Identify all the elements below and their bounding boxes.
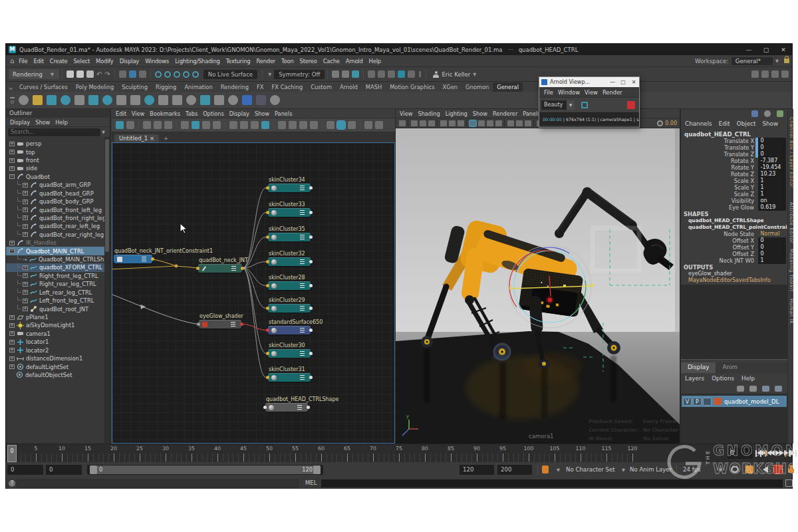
home-icon[interactable]: ⌂ [10,57,14,65]
menu-display[interactable]: Display [120,58,139,65]
node-editor-tool-9[interactable] [229,121,237,129]
node-output-port[interactable] [309,329,313,332]
channel-value[interactable]: 1 [758,191,786,198]
symmetry-field[interactable]: Symmetry: Off [274,70,325,79]
viewport-tool-0[interactable] [399,120,406,126]
node-editor-menu-show[interactable]: Show [255,110,269,117]
outliner-item-quadbot-front-left-leg[interactable]: +quadBot_front_left_leg [6,205,106,213]
arnold-menu-file[interactable]: File [544,89,553,96]
node-menu-icon[interactable] [300,259,305,264]
node-editor-tool-13[interactable] [278,121,286,129]
expand-icon[interactable]: + [23,290,28,295]
node-menu-icon[interactable] [297,405,302,410]
exposure-value[interactable]: 0.00 [665,120,677,126]
channel-label[interactable]: Scale X [681,178,755,184]
node-menu-icon[interactable] [300,351,305,356]
select-mode-icon-1[interactable] [129,70,136,78]
channel-label[interactable]: Rotate Y [681,164,755,171]
animation-start-field[interactable]: 0 [7,465,43,475]
arnold-menu-view[interactable]: View [585,89,598,96]
channel-value[interactable]: 0 [758,144,786,151]
channel-value[interactable]: on [758,198,786,204]
outliner-item-front[interactable]: +front [6,156,106,164]
shelf-tab-general[interactable]: General [493,82,523,92]
loop-icon[interactable] [731,466,739,473]
node-input-port[interactable] [266,329,269,332]
node-editor-tool-18[interactable] [337,121,345,129]
outliner-item-defaultobjectset[interactable]: defaultObjectSet [6,371,106,379]
menu-lighting-shading[interactable]: Lighting/Shading [175,58,220,65]
node-editor-tool-3[interactable] [154,121,162,129]
fps-dropdown-icon[interactable]: ▼ [719,467,722,473]
step-forward-frame-button[interactable] [784,450,788,458]
channel-value[interactable]: 0 [758,244,786,251]
outliner-item-quadbot-root-jnt[interactable]: +quadBot_root_JNT [6,305,106,313]
node-skincluster35[interactable]: skinCluster35 [268,233,311,241]
expand-icon[interactable]: + [23,224,28,229]
file-icon-1[interactable] [76,70,84,78]
shelf-icon-17[interactable] [256,95,266,105]
outliner-item-quadbot-front-right-leg[interactable]: +quadBot_front_right_leg [6,214,106,222]
range-handle-min[interactable] [90,466,97,474]
shelf-tab-motion-graphics[interactable]: Motion Graphics [386,82,438,92]
channel-value[interactable]: 0 [758,251,786,257]
toolbox-icon-3[interactable] [398,70,405,78]
shelf-icon-12[interactable] [186,95,196,105]
character-dropdown-icon[interactable]: ▼ [622,467,625,473]
shelf-icon-1[interactable] [33,95,43,105]
node-output-port[interactable] [309,211,313,214]
range-handle-max[interactable] [313,466,321,474]
node-quadbot-neck-jnt[interactable]: quadBot_neck_JNT [198,264,242,273]
outliner-item-side[interactable]: +side [6,164,106,172]
node-editor-canvas[interactable]: quadBot_neck_JNT_orientConstraint1quadBo… [112,142,395,444]
outliner-item-distancedimension1[interactable]: +distanceDimension1 [6,354,106,362]
node-menu-icon[interactable] [300,306,305,311]
layer-menu-options[interactable]: Options [712,375,734,382]
region-marquee-icon[interactable] [581,102,588,108]
node-skincluster31[interactable]: skinCluster31 [268,373,311,382]
node-input-port[interactable] [266,186,269,190]
node-quadbot-neck-jnt-orientconstraint1[interactable]: quadBot_neck_JNT_orientConstraint1 [114,255,152,263]
menu-texturing[interactable]: Texturing [226,58,251,65]
expand-icon[interactable]: + [9,364,15,369]
outliner-item-left-rear-leg-ctrl[interactable]: +Left_rear_leg_CTRL [6,289,106,297]
shelf-menu-icon[interactable]: ≡ [6,86,15,92]
node-editor-tool-16[interactable] [310,121,318,129]
layer-playback-toggle[interactable]: P [693,398,702,406]
outliner-menu-show[interactable]: Show [35,119,50,126]
channel-label[interactable]: Neck JNT W0 [681,257,755,264]
node-editor-tool-0[interactable] [116,121,124,129]
help-icon[interactable]: ? [9,480,15,487]
menu-help[interactable]: Help [369,58,381,65]
shelf-tab-poly-modeling[interactable]: Poly Modeling [72,82,118,92]
sidebar-tab-modeling-toolkit[interactable]: Modeling Toolkit [788,249,794,291]
file-icon-0[interactable] [66,70,74,78]
viewport-menu-panels[interactable]: Panels [523,110,540,117]
outliner-item-left-front-leg-ctrl[interactable]: +Left_front_leg_CTRL [6,297,106,305]
gear-icon[interactable] [657,120,663,126]
expand-icon[interactable]: + [9,158,15,163]
arnold-menu-window[interactable]: Window [558,89,580,96]
menu-stereo[interactable]: Stereo [300,58,317,65]
channel-box-menu-edit[interactable]: Edit [719,120,730,127]
menu-cache[interactable]: Cache [323,58,340,65]
outliner-item-quadbot-head-grp[interactable]: +quadBot_head_GRP [6,190,106,198]
menu-arnold[interactable]: Arnold [346,58,363,65]
viewport-tool-9[interactable] [487,120,493,126]
viewport-tool-2[interactable] [420,120,426,126]
channel-label[interactable]: Offset Z [681,251,755,257]
shelf-icon-2[interactable] [47,95,57,105]
outliner-item-top[interactable]: +top [6,148,106,156]
viewport-tool-3[interactable] [428,120,435,126]
auto-key-button[interactable] [773,465,783,474]
live-surface-field[interactable]: No Live Surface [203,70,257,79]
outliner-item-quadbot-body-grp[interactable]: +quadBot_body_GRP [6,198,106,205]
node-output-port[interactable] [309,307,313,310]
shelf-icon-7[interactable] [116,95,126,105]
outliner-item-quadbot[interactable]: −Quadbot [6,173,106,181]
step-forward-key-button[interactable] [779,450,783,458]
expand-icon[interactable]: + [9,348,15,352]
shelf-icon-18[interactable] [270,95,280,105]
render-icon-2[interactable] [352,70,359,78]
layer-icon-4[interactable] [775,386,782,392]
